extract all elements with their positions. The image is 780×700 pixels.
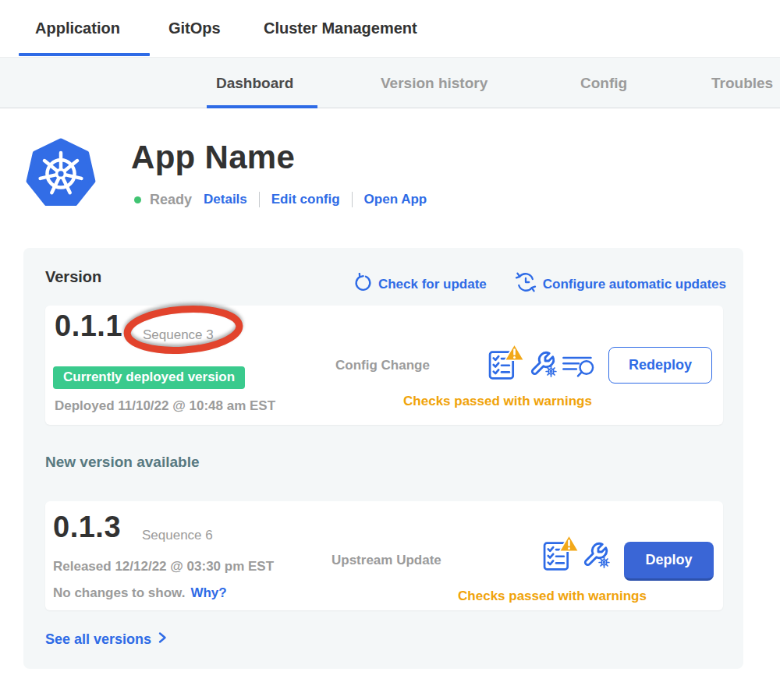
tab-cluster-management[interactable]: Cluster Management (247, 0, 434, 57)
page-title: App Name (131, 139, 295, 176)
released-timestamp: Released 12/12/22 @ 03:30 pm EST (53, 559, 274, 574)
no-changes-text: No changes to show. (53, 585, 185, 601)
check-for-update-button[interactable]: Check for update (353, 273, 487, 296)
version-heading: Version (45, 268, 101, 286)
details-link[interactable]: Details (204, 192, 247, 207)
lines-magnifier-icon[interactable] (562, 355, 596, 383)
edit-config-link[interactable]: Edit config (271, 192, 340, 207)
warning-triangle-icon (558, 534, 580, 556)
auto-update-clock-icon (515, 271, 537, 297)
tab-troubleshoot[interactable]: Troubles (702, 58, 780, 108)
changes-row: No changes to show. Why? (53, 585, 227, 601)
deployed-checks-status: Checks passed with warnings (342, 394, 654, 409)
configure-automatic-updates-button[interactable]: Configure automatic updates (515, 271, 726, 297)
deployed-version-number: 0.1.1 (55, 309, 122, 343)
deploy-button[interactable]: Deploy (624, 542, 714, 581)
kubernetes-logo (26, 137, 96, 209)
redeploy-button[interactable]: Redeploy (608, 347, 712, 384)
warning-triangle-icon (504, 343, 525, 365)
tab-config[interactable]: Config (571, 58, 636, 108)
tab-dashboard[interactable]: Dashboard (207, 58, 317, 108)
secondary-nav: Dashboard Version history Config Trouble… (0, 57, 780, 108)
open-app-link[interactable]: Open App (364, 192, 427, 207)
deployed-sequence-label: Sequence 3 (143, 327, 214, 343)
app-status-text: Ready (150, 192, 192, 208)
available-source-label: Upstream Update (332, 553, 441, 568)
app-status-row: Ready Details Edit config Open App (134, 189, 427, 210)
why-link[interactable]: Why? (190, 585, 226, 601)
chevron-right-icon (158, 631, 167, 648)
tab-version-history[interactable]: Version history (371, 58, 497, 108)
wrench-gear-icon[interactable] (582, 540, 610, 571)
ready-status-dot (134, 196, 141, 203)
deployed-timestamp: Deployed 11/10/22 @ 10:48 am EST (55, 398, 275, 414)
available-checks-status: Checks passed with warnings (388, 589, 716, 604)
deployed-source-label: Config Change (335, 358, 430, 373)
available-version-number: 0.1.3 (53, 511, 121, 544)
refresh-icon (353, 273, 372, 296)
deployed-version-card: 0.1.1 Sequence 3 Currently deployed vers… (45, 306, 723, 425)
divider (352, 192, 353, 207)
version-panel: Version Check for update Con (23, 248, 743, 669)
available-version-card: 0.1.3 Sequence 6 Released 12/12/22 @ 03:… (45, 501, 723, 610)
currently-deployed-badge: Currently deployed version (53, 366, 245, 389)
divider (259, 192, 260, 207)
new-version-heading: New version available (45, 454, 200, 471)
see-all-versions-link[interactable]: See all versions (45, 631, 167, 648)
version-actions: Check for update Configure automatic upd… (353, 271, 726, 297)
tab-application[interactable]: Application (19, 0, 150, 57)
tab-gitops[interactable]: GitOps (152, 0, 237, 57)
wrench-gear-icon[interactable] (529, 349, 557, 380)
available-sequence-label: Sequence 6 (142, 528, 213, 543)
primary-nav: Application GitOps Cluster Management (0, 0, 780, 57)
